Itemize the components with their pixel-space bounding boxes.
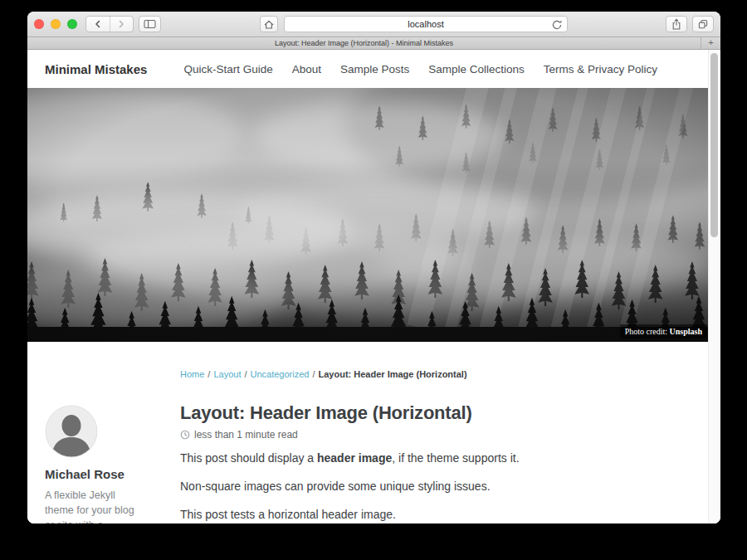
minimize-button[interactable] [51, 19, 61, 29]
author-bio: A flexible Jekyll theme for your blog or… [45, 488, 146, 523]
page-viewport: Minimal Mistakes Quick-Start Guide About… [27, 50, 720, 523]
nav-item-sample-posts[interactable]: Sample Posts [340, 63, 409, 75]
site-masthead: Minimal Mistakes Quick-Start Guide About… [27, 50, 708, 88]
author-sidebar: Michael Rose A flexible Jekyll theme for… [45, 405, 166, 523]
breadcrumb-separator: / [208, 369, 210, 379]
avatar [45, 405, 98, 458]
breadcrumb-separator: / [244, 369, 247, 379]
tab-bar: Layout: Header Image (Horizontal) - Mini… [27, 37, 720, 50]
home-icon [263, 19, 275, 30]
article-main: Home/Layout/Uncategorized/Layout: Header… [166, 342, 691, 523]
history-nav-group [85, 16, 134, 32]
reload-icon [551, 19, 563, 31]
address-bar[interactable]: localhost [284, 16, 568, 32]
site-title-link[interactable]: Minimal Mistakes [45, 62, 147, 76]
tabs-icon [697, 18, 709, 30]
foggy-forest-illustration [27, 88, 708, 342]
read-time-text: less than 1 minute read [194, 429, 298, 441]
breadcrumb-uncategorized[interactable]: Uncategorized [251, 369, 310, 379]
nav-item-terms-privacy-policy[interactable]: Terms & Privacy Policy [544, 63, 657, 75]
tab-title[interactable]: Layout: Header Image (Horizontal) - Mini… [27, 37, 701, 49]
url-text: localhost [408, 19, 443, 29]
photo-credit: Photo credit: Unsplash [620, 324, 707, 338]
chevron-left-icon [93, 19, 103, 29]
header-image: Photo credit: Unsplash [27, 88, 708, 342]
page-title: Layout: Header Image (Horizontal) [180, 402, 691, 424]
nav-item-about[interactable]: About [292, 63, 321, 75]
breadcrumb-current: Layout: Header Image (Horizontal) [319, 369, 467, 379]
nav-item-quick-start-guide[interactable]: Quick-Start Guide [183, 63, 272, 75]
paragraph-text: , if the theme supports it. [392, 451, 519, 465]
zoom-button[interactable] [67, 19, 77, 29]
sidebar-toggle-button[interactable] [139, 16, 161, 32]
back-button[interactable] [86, 17, 110, 32]
nav-item-sample-collections[interactable]: Sample Collections [428, 63, 525, 75]
paragraph: Non-square images can provide some uniqu… [180, 480, 691, 493]
scrollbar-thumb[interactable] [710, 53, 718, 237]
paragraph: This post should display a header image,… [180, 451, 691, 465]
home-button[interactable] [260, 16, 278, 32]
photo-credit-label: Photo credit: [625, 327, 667, 336]
reload-button[interactable] [551, 19, 563, 31]
photo-credit-link[interactable]: Unsplash [670, 327, 702, 336]
author-name: Michael Rose [45, 467, 166, 481]
show-tabs-button[interactable] [692, 16, 714, 32]
browser-toolbar: localhost [27, 12, 720, 37]
breadcrumb: Home/Layout/Uncategorized/Layout: Header… [180, 369, 691, 379]
read-time: less than 1 minute read [180, 429, 691, 441]
breadcrumb-layout[interactable]: Layout [213, 369, 241, 379]
site-nav: Quick-Start Guide About Sample Posts Sam… [183, 63, 657, 75]
page-content: Minimal Mistakes Quick-Start Guide About… [27, 50, 708, 523]
forward-button[interactable] [110, 17, 134, 32]
clock-icon [180, 430, 190, 440]
new-tab-button[interactable]: + [701, 37, 720, 49]
breadcrumb-home[interactable]: Home [180, 369, 204, 379]
browser-window: localhost Layout: Header Image (Horizont… [27, 12, 720, 523]
paragraph-bold-text: header image [317, 451, 392, 465]
breadcrumb-separator: / [312, 369, 315, 379]
chevron-right-icon [116, 19, 126, 29]
traffic-lights [34, 19, 77, 29]
content-row: Michael Rose A flexible Jekyll theme for… [27, 342, 708, 523]
scrollbar-track[interactable] [708, 50, 720, 523]
paragraph-text: This post should display a [180, 451, 317, 465]
close-button[interactable] [34, 19, 44, 29]
share-button[interactable] [666, 16, 687, 32]
paragraph: This post tests a horizontal header imag… [180, 508, 691, 521]
sidebar-icon [144, 19, 156, 29]
share-icon [671, 18, 682, 31]
